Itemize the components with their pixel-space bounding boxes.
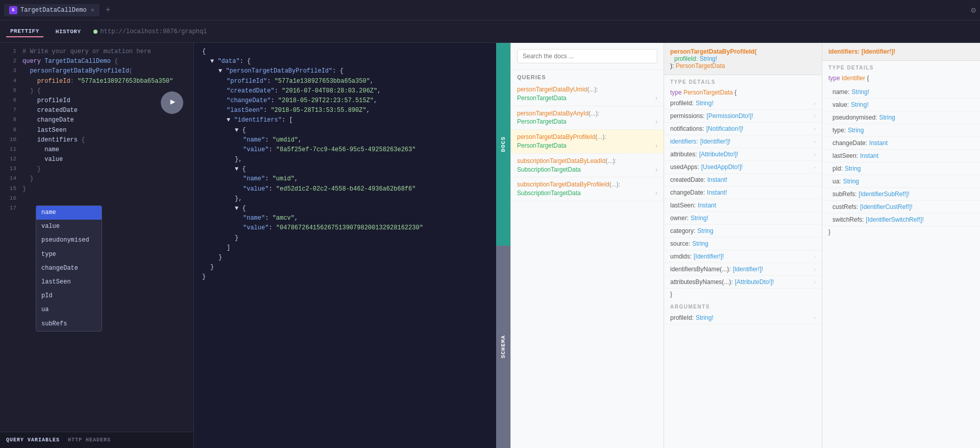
type-field-row[interactable]: owner: String! [664, 212, 822, 225]
result-line: "profileId": "577a1e138927653bba65a350", [194, 77, 496, 86]
identifier-field-row[interactable]: ua: String [822, 175, 980, 188]
main-layout: 1 # Write your query or mutation here 2 … [0, 43, 980, 448]
result-line: } [194, 272, 496, 282]
top-bar: G TargetDataCallDemo ✕ + ⚙ [0, 0, 980, 20]
header-param: profileId: String! [674, 55, 717, 62]
identifier-field-row[interactable]: pseudonymised: String [822, 111, 980, 124]
type-field-row[interactable]: umdids: [Identifier!]! › [664, 250, 822, 263]
editor-line: 16 [0, 194, 193, 204]
docs-query-item[interactable]: personTargetDataByAnyId(...): PersonTarg… [511, 106, 664, 130]
prettify-button[interactable]: PRETTIFY [6, 26, 43, 37]
type-field-row[interactable]: permissions: [PermissionDto!]! › [664, 110, 822, 123]
identifier-field-row[interactable]: pId: String [822, 162, 980, 175]
result-line: ] [194, 243, 496, 253]
play-button[interactable] [161, 91, 183, 114]
type-field-row[interactable]: notifications: [Notification!]! › [664, 123, 822, 135]
autocomplete-item[interactable]: pId [36, 289, 102, 303]
identifier-field-row[interactable]: type: String [822, 124, 980, 137]
sidebar-toggles: DOCS SCHEMA [496, 43, 510, 448]
editor-content[interactable]: 1 # Write your query or mutation here 2 … [0, 43, 193, 448]
result-line: ▼ "identifiers": [ [194, 115, 496, 125]
type-identifier-decl: type Identifier { [822, 73, 980, 86]
identifier-close-brace: } [822, 226, 980, 238]
active-tab[interactable]: G TargetDataCallDemo ✕ [4, 4, 100, 16]
docs-query-item-active[interactable]: personTargetDataByProfileId(...): Person… [511, 130, 664, 154]
result-line: } [194, 233, 496, 243]
result-line: } [194, 253, 496, 263]
autocomplete-item[interactable]: changeDate [36, 262, 102, 275]
result-line: ▼ { [194, 164, 496, 174]
docs-toggle-button[interactable]: DOCS [496, 43, 510, 246]
close-brace: } [664, 289, 822, 300]
type-field-row[interactable]: changeDate: Instant! [664, 186, 822, 199]
result-line: }, [194, 194, 496, 204]
result-line: "name": "umid", [194, 174, 496, 184]
type-label: type PersonTargetData { [664, 87, 822, 97]
identifier-field-row[interactable]: lastSeen: Instant [822, 150, 980, 162]
result-line: ▼ "personTargetDataByProfileId": { [194, 66, 496, 76]
autocomplete-dropdown[interactable]: name value pseudonymised type changeDate… [36, 205, 102, 332]
type-field-row[interactable]: attributesByNames(...): [AttributeDto!]!… [664, 276, 822, 289]
type-field-row[interactable]: createdDate: Instant! [664, 174, 822, 186]
identifier-field-row[interactable]: custRefs: [IdentifierCustRef!]! [822, 201, 980, 214]
docs-search-input[interactable] [517, 49, 657, 63]
identifier-field-row[interactable]: value: String! [822, 99, 980, 111]
type-field-row[interactable]: identifiersByName(...): [Identifier!]! › [664, 263, 822, 276]
editor-line: 8 changeDate [0, 115, 193, 125]
http-headers-tab[interactable]: HTTP HEADERS [68, 437, 111, 443]
docs-query-item[interactable]: personTargetDataByUmid(...): PersonTarge… [511, 82, 664, 106]
return-type: PersonTargetData [676, 62, 725, 69]
autocomplete-item[interactable]: subRefs [36, 317, 102, 331]
docs-query-item[interactable]: subscriptionTargetDataByLeadId(...): Sub… [511, 154, 664, 178]
result-line: "value": "ed52d1c2-02c2-4558-b462-4936a6… [194, 184, 496, 194]
identifier-field-row[interactable]: subRefs: [IdentifierSubRef!]! [822, 188, 980, 201]
schema-toggle-button[interactable]: SCHEMA [496, 246, 510, 449]
editor-line: 1 # Write your query or mutation here [0, 47, 193, 57]
close-tab-icon[interactable]: ✕ [91, 6, 94, 14]
type-panel2-header: identifiers: [Identifier!]! [822, 43, 980, 61]
result-line: ▼ { [194, 126, 496, 135]
type-field-row[interactable]: lastSeen: Instant [664, 199, 822, 212]
editor-line: 12 value [0, 155, 193, 164]
autocomplete-item[interactable]: ua [36, 303, 102, 317]
editor-line: 2 query TargetDataCallDemo { [0, 57, 193, 66]
argument-row[interactable]: profileId: String! › [664, 312, 822, 324]
type-field-row[interactable]: category: String [664, 225, 822, 238]
autocomplete-item[interactable]: name [36, 206, 102, 220]
result-line: "value": "8a5f25ef-7cc9-4e56-95c5-492582… [194, 145, 496, 155]
gear-icon[interactable]: ⚙ [971, 5, 976, 15]
type-details-label2: TYPE DETAILS [822, 61, 980, 73]
type-field-row[interactable]: source: String [664, 238, 822, 250]
autocomplete-item[interactable]: value [36, 220, 102, 233]
history-button[interactable]: HISTORY [52, 27, 85, 37]
docs-label: DOCS [500, 136, 506, 152]
identifier-field-row[interactable]: switchRefs: [IdentifierSwitchRef!]! [822, 214, 980, 226]
docs-query-item[interactable]: subscriptionTargetDataByProfileId(...): … [511, 177, 664, 201]
result-line: }, [194, 155, 496, 164]
identifier-header-label: identifiers: [Identifier!]! [828, 48, 895, 55]
result-line: } [194, 263, 496, 272]
type-details-panel2: identifiers: [Identifier!]! TYPE DETAILS… [822, 43, 980, 448]
editor-line: 13 } [0, 164, 193, 174]
new-tab-button[interactable]: + [102, 4, 115, 17]
query-variables-tab[interactable]: QUERY VARIABLES [6, 437, 60, 443]
editor-line: 9 lastSeen [0, 126, 193, 135]
result-line: "name": "umdid", [194, 135, 496, 145]
autocomplete-item[interactable]: lastSeen [36, 275, 102, 289]
identifier-field-row[interactable]: name: String! [822, 86, 980, 99]
result-line: "value": "047867264156267513907982001329… [194, 223, 496, 233]
type-field-row[interactable]: usedApps: [UsedAppDto!]! › [664, 161, 822, 174]
autocomplete-item[interactable]: pseudonymised [36, 233, 102, 247]
result-panel: { ▼ "data": { ▼ "personTargetDataByProfi… [194, 43, 496, 448]
editor-line: 14 } [0, 174, 193, 184]
type-panel-header: personTargetDataByProfileId( profileId: … [664, 43, 822, 75]
app-icon: G [9, 6, 17, 14]
identifier-field-row[interactable]: changeDate: Instant [822, 137, 980, 150]
type-field-row[interactable]: profileId: String! › [664, 97, 822, 110]
result-line: "createdDate": "2016-07-04T08:28:03.206Z… [194, 86, 496, 96]
url-bar: http://localhost:9876/graphql [93, 28, 207, 35]
type-field-row[interactable]: attributes: [AttributeDto!]! › [664, 148, 822, 161]
docs-panel: QUERIES personTargetDataByUmid(...): Per… [510, 43, 664, 448]
type-field-row-active[interactable]: identifiers: [Identifier!]! › [664, 135, 822, 148]
autocomplete-item[interactable]: type [36, 248, 102, 262]
